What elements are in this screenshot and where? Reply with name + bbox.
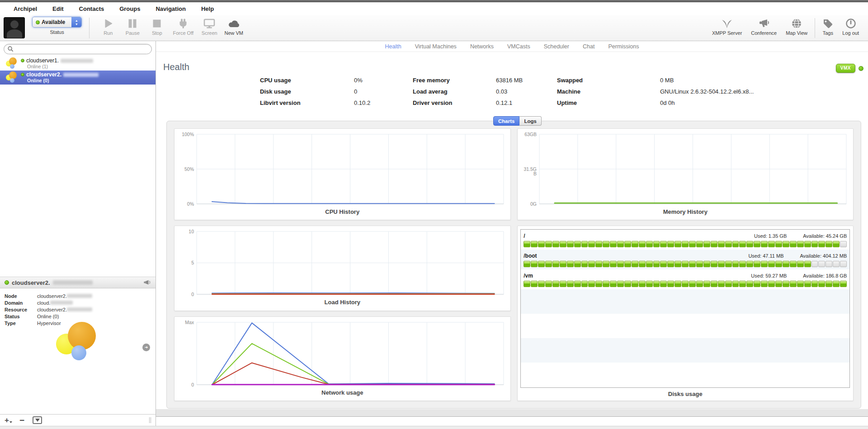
svg-text:50%: 50%: [184, 166, 194, 172]
disk-segment-filled: [646, 261, 653, 267]
xmpp-server-button[interactable]: XMPP Server: [712, 17, 742, 36]
screen-button[interactable]: Screen: [198, 17, 221, 36]
disk-segment-filled: [775, 241, 782, 247]
force-off-button[interactable]: Force Off: [170, 17, 196, 36]
disk-segment-filled: [783, 261, 789, 267]
disk-segment-filled: [746, 241, 753, 247]
disk-segment-filled: [610, 241, 617, 247]
disk-segment-filled: [711, 241, 717, 247]
details-header: cloudserver2.: [0, 277, 156, 288]
disk-segment-filled: [574, 281, 581, 287]
disk-segment-filled: [703, 241, 710, 247]
svg-text:5: 5: [191, 260, 194, 265]
collapse-arrow-button[interactable]: ➜: [142, 344, 150, 351]
remove-contact-button[interactable]: −: [19, 417, 24, 423]
tab-virtual-machines[interactable]: Virtual Machines: [415, 43, 457, 50]
chart-title: CPU History: [325, 207, 359, 217]
menu-navigation[interactable]: Navigation: [156, 5, 185, 12]
empty-row: [521, 289, 849, 314]
pause-button[interactable]: Pause: [121, 17, 144, 36]
menu-groups[interactable]: Groups: [119, 5, 140, 12]
stat-label: Swapped: [557, 77, 660, 84]
presence-dot-icon: [36, 20, 40, 24]
health-stats: CPU usage 0% Free memory 63816 MB Swappe…: [260, 75, 809, 108]
cpu-history-chart: 100%50%0%: [175, 129, 510, 207]
disk-segment-filled: [761, 241, 768, 247]
chart-title: Load History: [325, 298, 360, 308]
splitter-grip[interactable]: [149, 417, 151, 423]
capability-badges: VMX: [836, 64, 863, 73]
status-select[interactable]: Available ▲▼: [32, 17, 82, 28]
tab-permissions[interactable]: Permissions: [608, 43, 639, 50]
roster-item-cloudserver2[interactable]: cloudserver2. Online (0): [0, 71, 156, 85]
disk-segment-filled: [552, 261, 559, 267]
disk-segment-filled: [567, 241, 574, 247]
disk-segment-filled: [783, 281, 789, 287]
disk-segment-filled: [804, 281, 811, 287]
disk-segment-filled: [682, 281, 689, 287]
disk-segment-filled: [739, 261, 746, 267]
main-area: cloudserver1. Online (1) cloudserver2.: [0, 41, 868, 426]
charts-toggle-button[interactable]: Charts: [493, 116, 519, 126]
disk-segment-empty: [833, 261, 840, 267]
disk-segment-empty: [811, 261, 818, 267]
stepper-icon[interactable]: ▲▼: [71, 17, 81, 27]
disk-segment-filled: [689, 261, 696, 267]
run-button[interactable]: Run: [97, 17, 119, 36]
charts-logs-toggle: Charts Logs: [493, 116, 542, 126]
chat-notify-icon[interactable]: [143, 279, 151, 286]
page-title: Health: [163, 62, 189, 72]
power-icon: [845, 17, 856, 30]
disk-segment-filled: [761, 261, 768, 267]
show-offline-toggle-button[interactable]: [33, 416, 42, 424]
svg-text:0%: 0%: [187, 201, 194, 207]
menu-edit[interactable]: Edit: [52, 5, 64, 12]
disk-segment-filled: [639, 241, 646, 247]
disk-segment-filled: [552, 281, 559, 287]
disk-used: Used: 1.35 GB: [754, 233, 787, 239]
disk-segment-filled: [797, 241, 804, 247]
add-contact-button[interactable]: +: [5, 417, 12, 424]
disk-segment-filled: [833, 281, 840, 287]
menu-archipel[interactable]: Archipel: [14, 5, 37, 12]
disk-segment-filled: [675, 261, 681, 267]
disk-used: Used: 47.11 MB: [748, 253, 783, 259]
new-vm-button[interactable]: New VM: [222, 17, 245, 36]
search-input[interactable]: [16, 46, 148, 52]
search-field[interactable]: [4, 44, 152, 54]
stat-label: Free memory: [413, 77, 496, 84]
disk-segment-filled: [624, 241, 631, 247]
tags-button[interactable]: Tags: [822, 17, 833, 36]
disk-usage-bar: [524, 261, 847, 267]
logs-toggle-button[interactable]: Logs: [519, 116, 541, 126]
tab-vmcasts[interactable]: VMCasts: [507, 43, 530, 50]
log-out-button[interactable]: Log out: [842, 17, 859, 36]
disk-segment-filled: [725, 261, 732, 267]
stop-button[interactable]: Stop: [146, 17, 168, 36]
toolbar-divider: [89, 18, 90, 38]
tab-scheduler[interactable]: Scheduler: [544, 43, 569, 50]
stat-label: Driver version: [413, 99, 496, 106]
disk-segment-filled: [818, 281, 825, 287]
tab-networks[interactable]: Networks: [470, 43, 494, 50]
user-avatar[interactable]: [4, 17, 25, 38]
disk-segment-filled: [653, 281, 660, 287]
chart-title: Network usage: [321, 388, 363, 398]
menu-help[interactable]: Help: [201, 5, 214, 12]
content-area: Health Virtual Machines Networks VMCasts…: [156, 41, 868, 426]
globe-icon: [791, 17, 802, 30]
conference-button[interactable]: Conference: [751, 17, 777, 36]
disk-segment-filled: [667, 261, 674, 267]
disk-segment-filled: [560, 261, 566, 267]
disk-segment-filled: [567, 281, 574, 287]
tab-chat[interactable]: Chat: [583, 43, 594, 50]
roster-item-cloudserver1[interactable]: cloudserver1. Online (1): [0, 57, 156, 71]
disk-segment-filled: [804, 261, 811, 267]
disk-segment-filled: [667, 281, 674, 287]
tab-health[interactable]: Health: [385, 43, 401, 50]
disk-segment-filled: [624, 261, 631, 267]
map-view-button[interactable]: Map View: [786, 17, 807, 36]
network-usage-card: Max0 Network usage: [174, 316, 511, 401]
menu-contacts[interactable]: Contacts: [79, 5, 104, 12]
stat-value: GNU/Linux 2.6.32-504.12.2.el6.x8...: [660, 88, 809, 95]
